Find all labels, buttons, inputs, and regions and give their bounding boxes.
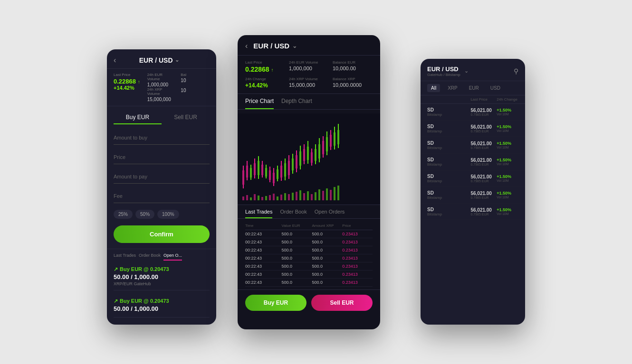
market-row[interactable]: SD Bitstamp 56,021.00 0.7985 EUR +1.50% … xyxy=(421,137,525,154)
right-pair-name: EUR / USD xyxy=(427,65,460,73)
svg-rect-90 xyxy=(284,193,286,200)
center-pair-title: EUR / USD ⌄ xyxy=(253,42,373,50)
svg-rect-71 xyxy=(330,130,331,135)
svg-rect-80 xyxy=(246,195,248,200)
market-row[interactable]: SD Bitstamp 56,021.00 0.7985 EUR +1.50% … xyxy=(421,204,525,220)
svg-rect-18 xyxy=(262,175,263,177)
bal-label: Bal xyxy=(181,73,210,77)
market-change-col: +1.50% Vol 10M xyxy=(497,108,518,116)
buy-sell-tabs: Buy EUR Sell EUR xyxy=(107,106,216,124)
tab-sell-eur[interactable]: Sell EUR xyxy=(162,111,210,124)
trade-amt: 500.0 xyxy=(312,240,342,244)
svg-rect-22 xyxy=(269,170,271,180)
market-change-col: +1.50% Vol 10M xyxy=(497,141,518,149)
tab-order-book[interactable]: Order Book xyxy=(139,253,161,261)
filter-all[interactable]: All xyxy=(427,84,440,92)
svg-rect-97 xyxy=(311,194,313,200)
search-icon[interactable]: ⚲ xyxy=(514,67,518,75)
chevron-down-icon[interactable]: ⌄ xyxy=(175,57,179,63)
market-row[interactable]: SD Bitstamp 56,021.00 0.7985 EUR +1.50% … xyxy=(421,187,525,204)
trade-price: 0.23413 xyxy=(342,280,373,285)
pct-25-button[interactable]: 25% xyxy=(114,210,133,219)
amount-buy-field[interactable] xyxy=(114,130,210,145)
amount-pay-input[interactable] xyxy=(114,174,210,179)
market-asset: SD Bitstamp xyxy=(427,157,470,167)
price-field[interactable] xyxy=(114,149,210,164)
pct-50-button[interactable]: 50% xyxy=(135,210,154,219)
back-button[interactable]: ‹ xyxy=(114,56,116,65)
bal2-value: 10 xyxy=(181,88,210,93)
price-chart-area xyxy=(238,110,380,205)
trade-amt: 500.0 xyxy=(312,256,342,261)
svg-rect-84 xyxy=(261,197,263,200)
svg-rect-16 xyxy=(261,165,263,175)
price-input[interactable] xyxy=(114,154,210,160)
trade-title: ↗ Buy EUR @ 0.20473 xyxy=(114,266,210,272)
svg-rect-44 xyxy=(296,150,297,155)
trade-val: 500.0 xyxy=(282,264,312,269)
last-price-block: Last Price 0.22868 ↑ +14.42% xyxy=(114,73,143,102)
trade-row: 00:22:43 500.0 500.0 0.23413 xyxy=(245,279,373,287)
right-chevron-icon[interactable]: ⌄ xyxy=(464,68,469,74)
svg-rect-69 xyxy=(326,151,327,155)
filter-xrp[interactable]: XRP xyxy=(444,84,461,92)
market-price-col: 56,021.00 0.7985 EUR xyxy=(470,191,497,199)
trade-amt: 500.0 xyxy=(312,264,342,269)
svg-rect-85 xyxy=(265,196,267,200)
stats-row: Last Price 0.22868 ↑ +14.42% 24h EUR Vol… xyxy=(107,69,216,106)
tab-price-chart[interactable]: Price Chart xyxy=(245,98,274,109)
svg-rect-52 xyxy=(307,147,309,160)
tab-depth-chart[interactable]: Depth Chart xyxy=(281,98,312,109)
trade-time: 00:22:43 xyxy=(245,256,282,261)
filter-eur[interactable]: EUR xyxy=(465,84,483,92)
center-vol-eur: 24h EUR Volume 1,000,000 xyxy=(289,60,329,73)
tab-last-trades-center[interactable]: Last Trades xyxy=(245,209,272,218)
svg-rect-79 xyxy=(242,196,244,200)
center-vol-eur-label: 24h EUR Volume xyxy=(289,60,329,65)
pct-100-button[interactable]: 100% xyxy=(157,210,179,219)
trades-table-header: Time Value EUR Amount XRP Price xyxy=(245,222,373,230)
tab-order-book-center[interactable]: Order Book xyxy=(280,209,306,218)
svg-rect-11 xyxy=(254,159,255,163)
trade-type-2: Buy EUR @ 0.20473 xyxy=(120,298,169,304)
tab-buy-eur[interactable]: Buy EUR xyxy=(114,111,162,124)
svg-rect-66 xyxy=(323,154,324,158)
market-row[interactable]: SD Bitstamp 56,021.00 0.7985 EUR +1.50% … xyxy=(421,170,525,187)
confirm-button[interactable]: Confirm xyxy=(114,225,210,243)
fee-field[interactable] xyxy=(114,188,210,203)
amount-buy-input[interactable] xyxy=(114,135,210,140)
fee-input[interactable] xyxy=(114,193,210,199)
svg-rect-83 xyxy=(258,196,259,200)
tab-last-trades[interactable]: Last Trades xyxy=(114,253,136,261)
center-bottom-actions: Buy EUR Sell EUR xyxy=(238,289,380,316)
market-row[interactable]: SD Bitstamp 56,021.00 0.7985 EUR +1.50% … xyxy=(421,154,525,170)
trade-amt: 500.0 xyxy=(312,232,342,236)
svg-rect-57 xyxy=(311,163,312,166)
trade-price: 0.23413 xyxy=(342,256,373,261)
amount-pay-field[interactable] xyxy=(114,169,210,184)
trade-time: 00:22:43 xyxy=(245,248,282,252)
svg-rect-5 xyxy=(247,161,248,166)
filter-usd[interactable]: USD xyxy=(487,84,504,92)
svg-rect-24 xyxy=(269,180,270,182)
market-price-col: 56,021.00 0.7985 EUR xyxy=(470,207,497,216)
svg-rect-7 xyxy=(250,168,252,177)
buy-eur-button[interactable]: Buy EUR xyxy=(245,295,306,311)
svg-rect-49 xyxy=(303,149,305,161)
market-row[interactable]: SD Bitstamp 56,021.00 0.7985 EUR +1.50% … xyxy=(421,121,525,137)
svg-rect-51 xyxy=(304,161,305,164)
market-asset: SD Bitstamp xyxy=(427,174,470,183)
sell-eur-button[interactable]: Sell EUR xyxy=(311,295,373,311)
svg-rect-6 xyxy=(247,177,248,180)
svg-rect-32 xyxy=(281,161,282,166)
tab-open-orders-center[interactable]: Open Orders xyxy=(315,209,345,218)
trade-form: 25% 50% 100% Confirm xyxy=(107,124,216,249)
center-back-button[interactable]: ‹ xyxy=(245,42,248,50)
col-amt-xrp: Amount XRP xyxy=(312,224,342,228)
market-change-col: +1.50% Vol 10M xyxy=(497,191,518,199)
tab-open-orders[interactable]: Open O... xyxy=(163,253,182,261)
market-row[interactable]: SD Bitstamp 56,021.00 0.7985 EUR +1.50% … xyxy=(421,104,525,121)
center-bal-xrp-value: 10,000.0000 xyxy=(333,82,373,88)
center-chevron-icon[interactable]: ⌄ xyxy=(292,43,297,49)
svg-rect-65 xyxy=(323,136,324,141)
